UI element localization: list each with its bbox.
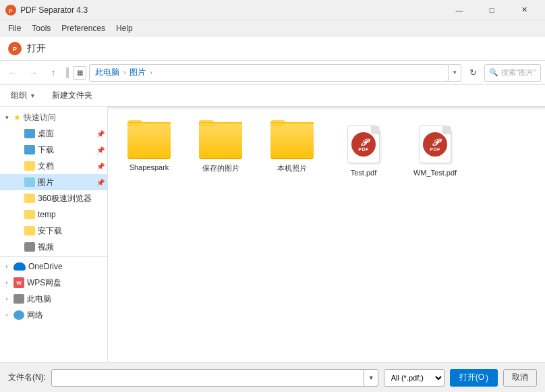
- download-folder-icon: [24, 145, 35, 155]
- desktop-icon: [24, 129, 35, 138]
- new-folder-label: 新建文件夹: [52, 90, 92, 101]
- forward-button[interactable]: →: [24, 64, 42, 82]
- file-name-local-photos: 本机照片: [277, 163, 307, 173]
- refresh-button[interactable]: ↻: [464, 64, 482, 82]
- svg-text:P: P: [13, 46, 17, 53]
- pdf-text-test: PDF: [358, 147, 369, 152]
- file-name-wm-test-pdf: WM_Test.pdf: [413, 169, 457, 177]
- separator: [66, 67, 69, 78]
- cancel-button[interactable]: 取消: [503, 369, 537, 387]
- menu-tools[interactable]: Tools: [26, 21, 56, 36]
- folder-icon-shapespark: [127, 124, 171, 159]
- computer-icon: [13, 294, 24, 304]
- filename-input-wrap: ▼: [51, 369, 378, 387]
- file-item-wm-test-pdf[interactable]: 𝒫 PDF WM_Test.pdf: [405, 120, 465, 181]
- pdf-text-wm: PDF: [430, 147, 440, 152]
- sidebar-item-network[interactable]: › 网络: [0, 307, 107, 323]
- menubar: File Tools Preferences Help: [0, 20, 545, 36]
- back-button[interactable]: ←: [4, 64, 22, 82]
- video-label: 视频: [38, 242, 105, 253]
- search-icon: 🔍: [489, 68, 498, 77]
- app-title: PDF Separator 4.3: [20, 5, 88, 15]
- sidebar-item-onedrive[interactable]: › OneDrive: [0, 258, 107, 275]
- file-item-local-photos[interactable]: 本机照片: [262, 120, 322, 181]
- sidebar-item-temp[interactable]: temp: [0, 206, 107, 223]
- pdf-badge-test: 𝒫 PDF: [351, 132, 376, 157]
- sidebar-item-360[interactable]: 360极速浏览器: [0, 190, 107, 206]
- folder-view-btn[interactable]: ▦: [73, 66, 86, 80]
- breadcrumb[interactable]: 此电脑 › 图片 ›: [89, 64, 449, 82]
- pdf-icon-wm: 𝒫 PDF: [419, 125, 451, 163]
- sidebar-item-download[interactable]: 下载 📌: [0, 142, 107, 158]
- open-label: 打开(O: [459, 372, 484, 383]
- wps-icon: W: [13, 277, 24, 288]
- expand-icon: ›: [3, 296, 11, 302]
- open-paren: ): [486, 373, 488, 383]
- menu-file[interactable]: File: [3, 21, 26, 36]
- video-icon: [24, 242, 35, 252]
- divider: [0, 256, 107, 257]
- dialog-title-bar: P 打开: [0, 36, 545, 61]
- file-scroll-area[interactable]: Shapespark 保存的图片 本机照片: [108, 109, 545, 362]
- sidebar-item-desktop[interactable]: 桌面 📌: [0, 125, 107, 142]
- sidebar-item-computer[interactable]: › 此电脑: [0, 291, 107, 307]
- pin-icon: 📌: [96, 163, 105, 170]
- pin-icon: 📌: [96, 179, 105, 186]
- new-folder-button[interactable]: 新建文件夹: [47, 88, 98, 104]
- breadcrumb-pictures[interactable]: 图片: [130, 67, 146, 78]
- filename-dropdown-btn[interactable]: ▼: [364, 369, 378, 387]
- breadcrumb-sep1: ›: [123, 69, 125, 76]
- search-box[interactable]: 🔍 搜索"图片": [484, 64, 541, 82]
- file-name-test-pdf: Test.pdf: [351, 169, 377, 177]
- an-download-label: 安下载: [38, 225, 105, 237]
- breadcrumb-dropdown[interactable]: ▼: [448, 64, 461, 82]
- breadcrumb-computer[interactable]: 此电脑: [95, 67, 119, 78]
- onedrive-label: OneDrive: [28, 262, 105, 271]
- bottom-bar: 文件名(N): ▼ All (*.pdf;) 打开(O ) 取消: [0, 362, 545, 392]
- filename-label: 文件名(N):: [8, 372, 46, 383]
- organize-button[interactable]: 组织 ▼: [5, 88, 41, 104]
- sidebar-item-an-download[interactable]: 安下载: [0, 223, 107, 239]
- pictures-label: 图片: [38, 177, 92, 188]
- pdf-icon-wrapper-wm: 𝒫 PDF: [415, 124, 455, 165]
- star-icon: ★: [13, 113, 21, 122]
- folder-an-icon: [24, 226, 35, 235]
- menu-preferences[interactable]: Preferences: [56, 21, 111, 36]
- sidebar-item-wps[interactable]: › W WPS网盘: [0, 275, 107, 291]
- minimize-button[interactable]: —: [444, 0, 475, 20]
- pin-icon: 📌: [96, 146, 105, 154]
- expand-icon: ›: [3, 263, 11, 270]
- file-item-saved-pics[interactable]: 保存的图片: [190, 120, 251, 181]
- pdf-icon-test: 𝒫 PDF: [347, 125, 380, 163]
- search-placeholder: 搜索"图片": [501, 67, 536, 78]
- open-button[interactable]: 打开(O ): [450, 369, 498, 387]
- sidebar-item-video[interactable]: 视频: [0, 239, 107, 255]
- file-grid: Shapespark 保存的图片 本机照片: [108, 109, 545, 192]
- pdf-p-test: 𝒫: [360, 138, 367, 147]
- download-label: 下载: [38, 144, 92, 156]
- action-bar: 组织 ▼ 新建文件夹: [0, 85, 545, 107]
- file-item-shapespark[interactable]: Shapespark: [119, 120, 179, 181]
- titlebar-controls: — □ ✕: [444, 0, 540, 20]
- menu-help[interactable]: Help: [111, 21, 138, 36]
- maximize-button[interactable]: □: [476, 0, 507, 20]
- temp-label: temp: [38, 210, 105, 219]
- pin-icon: 📌: [96, 130, 105, 138]
- file-item-test-pdf[interactable]: 𝒫 PDF Test.pdf: [333, 120, 394, 181]
- sidebar-item-pictures[interactable]: 图片 📌: [0, 174, 107, 190]
- close-button[interactable]: ✕: [509, 0, 540, 20]
- up-button[interactable]: ↑: [45, 64, 62, 82]
- titlebar-left: P PDF Separator 4.3: [5, 5, 88, 16]
- cloud-icon: [13, 262, 26, 271]
- network-label: 网络: [27, 310, 105, 321]
- quick-access-label: 快速访问: [24, 112, 105, 123]
- filename-input[interactable]: [51, 369, 378, 387]
- titlebar: P PDF Separator 4.3 — □ ✕: [0, 0, 545, 20]
- sidebar-quick-access[interactable]: ▾ ★ 快速访问: [0, 109, 107, 125]
- documents-label: 文档: [38, 161, 92, 172]
- sidebar: ▾ ★ 快速访问 桌面 📌 下载 📌 文档 📌: [0, 107, 108, 362]
- filetype-select[interactable]: All (*.pdf;): [384, 369, 444, 387]
- folder-360-label: 360极速浏览器: [38, 193, 105, 204]
- folder-temp-icon: [24, 210, 35, 219]
- sidebar-item-documents[interactable]: 文档 📌: [0, 158, 107, 174]
